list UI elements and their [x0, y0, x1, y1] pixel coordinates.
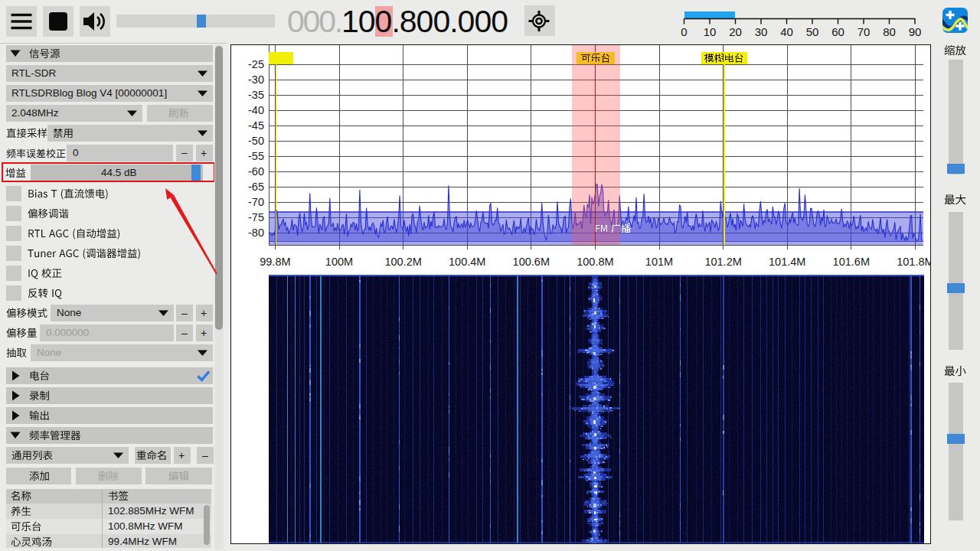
svg-text:-70: -70: [248, 196, 264, 208]
svg-text:-30: -30: [248, 73, 264, 86]
svg-text:100.4M: 100.4M: [449, 256, 485, 268]
svg-text:50: 50: [806, 25, 819, 38]
svg-text:60: 60: [831, 25, 844, 38]
svg-text:0: 0: [681, 25, 687, 38]
svg-text:-80: -80: [248, 227, 264, 239]
svg-text:30: 30: [755, 25, 768, 38]
svg-text:-55: -55: [248, 150, 264, 162]
svg-text:100.6M: 100.6M: [513, 256, 550, 268]
svg-text:-75: -75: [248, 211, 264, 223]
svg-text:99.8M: 99.8M: [260, 256, 290, 268]
svg-text:40: 40: [780, 25, 793, 38]
svg-text:-25: -25: [248, 58, 264, 70]
svg-text:101.8M: 101.8M: [897, 256, 931, 268]
svg-text:-60: -60: [248, 165, 264, 178]
svg-text:80: 80: [883, 25, 896, 38]
svg-text:10: 10: [704, 25, 717, 38]
svg-text:-50: -50: [248, 135, 264, 147]
svg-text:-45: -45: [248, 119, 264, 132]
svg-text:101M: 101M: [645, 256, 673, 268]
svg-text:100.8M: 100.8M: [577, 256, 613, 268]
svg-text:101.2M: 101.2M: [704, 256, 741, 268]
svg-text:90: 90: [909, 25, 922, 38]
svg-text:70: 70: [858, 25, 871, 38]
svg-text:-40: -40: [248, 104, 264, 116]
svg-text:-65: -65: [248, 181, 264, 193]
svg-text:-35: -35: [248, 89, 264, 101]
svg-text:20: 20: [729, 25, 742, 38]
svg-text:101.6M: 101.6M: [833, 256, 870, 268]
svg-text:100M: 100M: [325, 256, 353, 268]
svg-text:101.4M: 101.4M: [769, 256, 805, 268]
svg-text:100.2M: 100.2M: [384, 256, 421, 268]
